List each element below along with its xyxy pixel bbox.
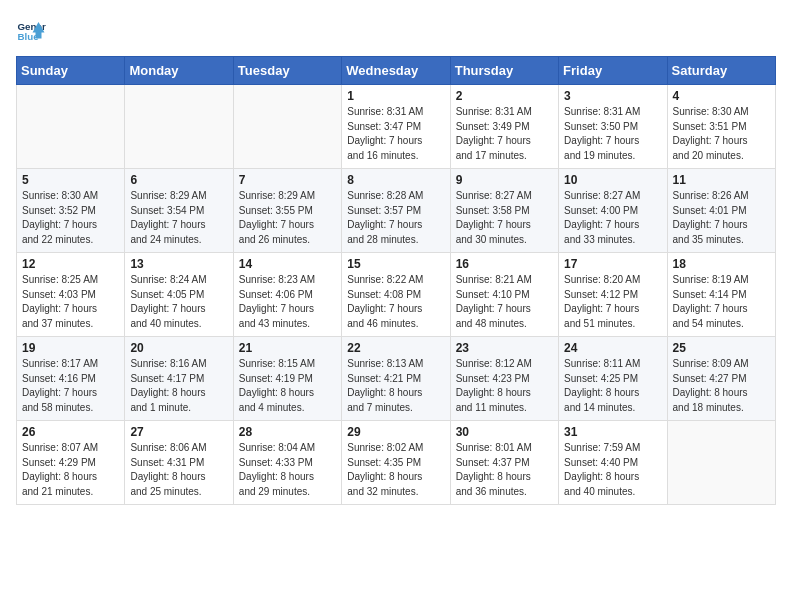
weekday-header-row: SundayMondayTuesdayWednesdayThursdayFrid… [17, 57, 776, 85]
day-number: 23 [456, 341, 553, 355]
weekday-header-wednesday: Wednesday [342, 57, 450, 85]
day-number: 9 [456, 173, 553, 187]
calendar-day-24: 24Sunrise: 8:11 AM Sunset: 4:25 PM Dayli… [559, 337, 667, 421]
day-number: 28 [239, 425, 336, 439]
day-content: Sunrise: 8:16 AM Sunset: 4:17 PM Dayligh… [130, 357, 227, 415]
page-header: General Blue [16, 16, 776, 46]
calendar-day-3: 3Sunrise: 8:31 AM Sunset: 3:50 PM Daylig… [559, 85, 667, 169]
calendar-day-10: 10Sunrise: 8:27 AM Sunset: 4:00 PM Dayli… [559, 169, 667, 253]
calendar-day-14: 14Sunrise: 8:23 AM Sunset: 4:06 PM Dayli… [233, 253, 341, 337]
calendar-day-25: 25Sunrise: 8:09 AM Sunset: 4:27 PM Dayli… [667, 337, 775, 421]
calendar-day-16: 16Sunrise: 8:21 AM Sunset: 4:10 PM Dayli… [450, 253, 558, 337]
day-number: 15 [347, 257, 444, 271]
day-content: Sunrise: 8:28 AM Sunset: 3:57 PM Dayligh… [347, 189, 444, 247]
calendar-week-row: 12Sunrise: 8:25 AM Sunset: 4:03 PM Dayli… [17, 253, 776, 337]
day-number: 21 [239, 341, 336, 355]
calendar-day-21: 21Sunrise: 8:15 AM Sunset: 4:19 PM Dayli… [233, 337, 341, 421]
day-content: Sunrise: 8:30 AM Sunset: 3:52 PM Dayligh… [22, 189, 119, 247]
empty-day-cell [667, 421, 775, 505]
day-number: 27 [130, 425, 227, 439]
calendar-day-9: 9Sunrise: 8:27 AM Sunset: 3:58 PM Daylig… [450, 169, 558, 253]
day-content: Sunrise: 8:12 AM Sunset: 4:23 PM Dayligh… [456, 357, 553, 415]
day-number: 25 [673, 341, 770, 355]
calendar-week-row: 5Sunrise: 8:30 AM Sunset: 3:52 PM Daylig… [17, 169, 776, 253]
calendar-day-2: 2Sunrise: 8:31 AM Sunset: 3:49 PM Daylig… [450, 85, 558, 169]
day-number: 6 [130, 173, 227, 187]
day-number: 7 [239, 173, 336, 187]
day-content: Sunrise: 8:27 AM Sunset: 3:58 PM Dayligh… [456, 189, 553, 247]
day-number: 1 [347, 89, 444, 103]
weekday-header-sunday: Sunday [17, 57, 125, 85]
day-content: Sunrise: 8:29 AM Sunset: 3:54 PM Dayligh… [130, 189, 227, 247]
calendar-day-28: 28Sunrise: 8:04 AM Sunset: 4:33 PM Dayli… [233, 421, 341, 505]
calendar-day-20: 20Sunrise: 8:16 AM Sunset: 4:17 PM Dayli… [125, 337, 233, 421]
day-number: 5 [22, 173, 119, 187]
day-content: Sunrise: 8:29 AM Sunset: 3:55 PM Dayligh… [239, 189, 336, 247]
day-content: Sunrise: 8:31 AM Sunset: 3:47 PM Dayligh… [347, 105, 444, 163]
day-content: Sunrise: 8:13 AM Sunset: 4:21 PM Dayligh… [347, 357, 444, 415]
day-content: Sunrise: 8:26 AM Sunset: 4:01 PM Dayligh… [673, 189, 770, 247]
day-content: Sunrise: 8:31 AM Sunset: 3:49 PM Dayligh… [456, 105, 553, 163]
day-number: 22 [347, 341, 444, 355]
empty-day-cell [233, 85, 341, 169]
day-content: Sunrise: 8:25 AM Sunset: 4:03 PM Dayligh… [22, 273, 119, 331]
logo-icon: General Blue [16, 16, 46, 46]
day-number: 12 [22, 257, 119, 271]
day-content: Sunrise: 8:20 AM Sunset: 4:12 PM Dayligh… [564, 273, 661, 331]
calendar-day-30: 30Sunrise: 8:01 AM Sunset: 4:37 PM Dayli… [450, 421, 558, 505]
calendar-day-15: 15Sunrise: 8:22 AM Sunset: 4:08 PM Dayli… [342, 253, 450, 337]
calendar-day-26: 26Sunrise: 8:07 AM Sunset: 4:29 PM Dayli… [17, 421, 125, 505]
weekday-header-thursday: Thursday [450, 57, 558, 85]
calendar-day-19: 19Sunrise: 8:17 AM Sunset: 4:16 PM Dayli… [17, 337, 125, 421]
calendar-day-18: 18Sunrise: 8:19 AM Sunset: 4:14 PM Dayli… [667, 253, 775, 337]
calendar-day-27: 27Sunrise: 8:06 AM Sunset: 4:31 PM Dayli… [125, 421, 233, 505]
day-content: Sunrise: 8:19 AM Sunset: 4:14 PM Dayligh… [673, 273, 770, 331]
day-number: 31 [564, 425, 661, 439]
day-number: 26 [22, 425, 119, 439]
calendar-day-4: 4Sunrise: 8:30 AM Sunset: 3:51 PM Daylig… [667, 85, 775, 169]
day-content: Sunrise: 8:01 AM Sunset: 4:37 PM Dayligh… [456, 441, 553, 499]
day-content: Sunrise: 7:59 AM Sunset: 4:40 PM Dayligh… [564, 441, 661, 499]
day-content: Sunrise: 8:06 AM Sunset: 4:31 PM Dayligh… [130, 441, 227, 499]
day-number: 10 [564, 173, 661, 187]
calendar-day-29: 29Sunrise: 8:02 AM Sunset: 4:35 PM Dayli… [342, 421, 450, 505]
calendar-day-12: 12Sunrise: 8:25 AM Sunset: 4:03 PM Dayli… [17, 253, 125, 337]
calendar-day-5: 5Sunrise: 8:30 AM Sunset: 3:52 PM Daylig… [17, 169, 125, 253]
day-number: 3 [564, 89, 661, 103]
day-number: 4 [673, 89, 770, 103]
day-number: 24 [564, 341, 661, 355]
logo: General Blue [16, 16, 46, 46]
day-number: 16 [456, 257, 553, 271]
empty-day-cell [125, 85, 233, 169]
weekday-header-saturday: Saturday [667, 57, 775, 85]
calendar-day-31: 31Sunrise: 7:59 AM Sunset: 4:40 PM Dayli… [559, 421, 667, 505]
day-number: 11 [673, 173, 770, 187]
day-number: 14 [239, 257, 336, 271]
calendar-day-1: 1Sunrise: 8:31 AM Sunset: 3:47 PM Daylig… [342, 85, 450, 169]
empty-day-cell [17, 85, 125, 169]
weekday-header-monday: Monday [125, 57, 233, 85]
day-content: Sunrise: 8:30 AM Sunset: 3:51 PM Dayligh… [673, 105, 770, 163]
day-content: Sunrise: 8:23 AM Sunset: 4:06 PM Dayligh… [239, 273, 336, 331]
day-number: 2 [456, 89, 553, 103]
day-content: Sunrise: 8:21 AM Sunset: 4:10 PM Dayligh… [456, 273, 553, 331]
calendar-day-11: 11Sunrise: 8:26 AM Sunset: 4:01 PM Dayli… [667, 169, 775, 253]
calendar-day-7: 7Sunrise: 8:29 AM Sunset: 3:55 PM Daylig… [233, 169, 341, 253]
day-content: Sunrise: 8:07 AM Sunset: 4:29 PM Dayligh… [22, 441, 119, 499]
day-number: 30 [456, 425, 553, 439]
day-content: Sunrise: 8:24 AM Sunset: 4:05 PM Dayligh… [130, 273, 227, 331]
day-number: 13 [130, 257, 227, 271]
day-number: 18 [673, 257, 770, 271]
day-content: Sunrise: 8:11 AM Sunset: 4:25 PM Dayligh… [564, 357, 661, 415]
calendar-day-17: 17Sunrise: 8:20 AM Sunset: 4:12 PM Dayli… [559, 253, 667, 337]
day-content: Sunrise: 8:17 AM Sunset: 4:16 PM Dayligh… [22, 357, 119, 415]
calendar-week-row: 26Sunrise: 8:07 AM Sunset: 4:29 PM Dayli… [17, 421, 776, 505]
day-content: Sunrise: 8:02 AM Sunset: 4:35 PM Dayligh… [347, 441, 444, 499]
weekday-header-friday: Friday [559, 57, 667, 85]
day-number: 8 [347, 173, 444, 187]
calendar-day-6: 6Sunrise: 8:29 AM Sunset: 3:54 PM Daylig… [125, 169, 233, 253]
day-content: Sunrise: 8:31 AM Sunset: 3:50 PM Dayligh… [564, 105, 661, 163]
day-content: Sunrise: 8:04 AM Sunset: 4:33 PM Dayligh… [239, 441, 336, 499]
calendar-day-23: 23Sunrise: 8:12 AM Sunset: 4:23 PM Dayli… [450, 337, 558, 421]
day-content: Sunrise: 8:09 AM Sunset: 4:27 PM Dayligh… [673, 357, 770, 415]
